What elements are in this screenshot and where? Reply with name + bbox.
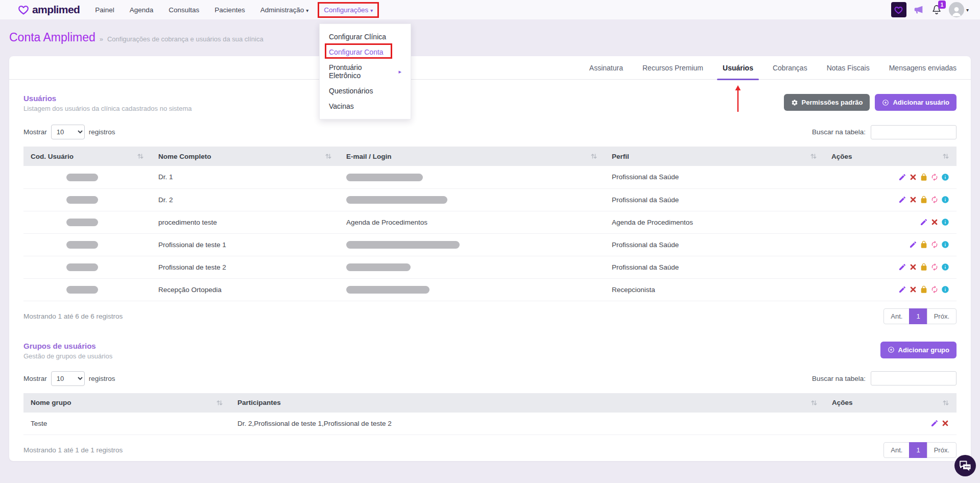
menu-item-4[interactable]: Vacinas (320, 99, 411, 114)
info-icon[interactable] (941, 196, 949, 204)
delete-icon[interactable] (909, 285, 917, 294)
refresh-icon[interactable] (930, 240, 939, 249)
menu-item-3[interactable]: Questionários (320, 83, 411, 99)
info-icon[interactable] (941, 263, 949, 271)
column-header-content: Ações (831, 153, 949, 160)
sort-icon[interactable] (137, 153, 144, 160)
lock-icon[interactable] (920, 263, 928, 271)
delete-icon[interactable] (909, 173, 917, 181)
table-row: Profissional de teste 2Profissional da S… (23, 256, 957, 278)
add-user-button[interactable]: Adicionar usuário (875, 94, 957, 111)
sort-icon[interactable] (216, 399, 223, 406)
tab-0[interactable]: Assinatura (589, 56, 623, 79)
refresh-icon[interactable] (930, 285, 939, 294)
menu-item-2[interactable]: Prontuário Eletrônico▸ (320, 60, 411, 83)
groups-section-title: Grupos de usuários (23, 342, 112, 350)
tab-1[interactable]: Recursos Premium (642, 56, 703, 79)
info-icon[interactable] (941, 173, 949, 181)
groups-prev-page-button[interactable]: Ant. (883, 442, 910, 458)
nav-item-2[interactable]: Consultas (169, 6, 199, 14)
column-header-0[interactable]: Cod. Usuário (23, 147, 151, 166)
actions-cell (824, 166, 957, 188)
info-icon[interactable] (941, 285, 949, 294)
edit-icon[interactable] (909, 240, 917, 249)
topnav-right: 1 ▾ (891, 0, 969, 19)
tab-4[interactable]: Notas Fiscais (827, 56, 870, 79)
sort-icon[interactable] (810, 399, 818, 406)
sort-icon[interactable] (325, 153, 332, 160)
edit-icon[interactable] (898, 263, 906, 271)
delete-icon[interactable] (909, 196, 917, 204)
column-header-4[interactable]: Ações (824, 147, 957, 166)
column-label: Perfil (612, 153, 629, 160)
edit-icon[interactable] (898, 173, 906, 181)
info-icon[interactable] (941, 218, 949, 226)
menu-item-label: Vacinas (329, 102, 354, 110)
users-search-input[interactable] (871, 125, 957, 139)
user-menu-button[interactable]: ▾ (949, 2, 969, 17)
groups-current-page-button[interactable]: 1 (909, 442, 927, 458)
lock-icon[interactable] (920, 173, 928, 181)
users-page-size-select[interactable]: 10 (51, 125, 85, 139)
nav-admin-label: Administração (260, 6, 304, 14)
column-header-1[interactable]: Nome Completo (151, 147, 339, 166)
delete-icon[interactable] (909, 263, 917, 271)
menu-item-1[interactable]: Configurar Conta (320, 44, 411, 60)
groups-next-page-button[interactable]: Próx. (927, 442, 957, 458)
column-header-2[interactable]: Ações (825, 393, 957, 413)
tab-3[interactable]: Cobranças (773, 56, 807, 79)
edit-icon[interactable] (898, 285, 906, 294)
actions-cell (824, 188, 957, 211)
table-row: procedimento testeAgenda de Procedimento… (23, 211, 957, 233)
plus-circle-icon (888, 346, 895, 353)
info-icon[interactable] (941, 240, 949, 249)
edit-icon[interactable] (898, 196, 906, 204)
column-header-1[interactable]: Participantes (230, 393, 825, 413)
avatar (949, 2, 964, 17)
lock-icon[interactable] (920, 196, 928, 204)
delete-icon[interactable] (941, 419, 949, 427)
default-permissions-button[interactable]: Permissões padrão (784, 94, 870, 111)
chat-widget-button[interactable] (954, 454, 976, 477)
groups-page-size-select[interactable]: 10 (51, 371, 85, 386)
redacted-code (66, 241, 98, 249)
delete-icon[interactable] (930, 218, 939, 226)
nav-item-3[interactable]: Pacientes (214, 6, 245, 14)
amplimed-logo[interactable]: amplimed (17, 4, 80, 16)
column-header-2[interactable]: E-mail / Login (339, 147, 605, 166)
users-current-page-button[interactable]: 1 (909, 308, 927, 324)
column-header-0[interactable]: Nome grupo (23, 393, 230, 413)
nav-item-0[interactable]: Painel (95, 6, 114, 14)
users-prev-page-button[interactable]: Ant. (883, 308, 910, 324)
edit-icon[interactable] (920, 218, 928, 226)
main-card: AssinaturaRecursos PremiumUsuáriosCobran… (9, 56, 971, 461)
amplimed-tile-button[interactable] (891, 2, 906, 17)
nav-item-configuracoes[interactable]: Configurações▾ (324, 6, 373, 14)
page-subtitle: Configurações de cobrança e usuários da … (107, 35, 264, 43)
sort-icon[interactable] (810, 153, 817, 160)
edit-icon[interactable] (930, 419, 939, 427)
cod-usuario-cell (23, 233, 151, 256)
refresh-icon[interactable] (930, 263, 939, 271)
sort-icon[interactable] (942, 153, 949, 160)
refresh-icon[interactable] (930, 196, 939, 204)
add-group-button[interactable]: Adicionar grupo (880, 342, 957, 358)
users-section-subtitle: Listagem dos usuários da clínica cadastr… (23, 105, 192, 112)
notifications-button[interactable]: 1 (931, 4, 942, 15)
announcements-button[interactable] (913, 4, 924, 15)
tab-label: Notas Fiscais (827, 64, 870, 72)
sort-icon[interactable] (942, 399, 949, 406)
groups-search-input[interactable] (871, 371, 957, 385)
nav-item-1[interactable]: Agenda (130, 6, 154, 14)
sort-icon[interactable] (590, 153, 597, 160)
nav-item-administracao[interactable]: Administração▾ (260, 6, 309, 14)
lock-icon[interactable] (920, 285, 928, 294)
refresh-icon[interactable] (930, 173, 939, 181)
users-next-page-button[interactable]: Próx. (927, 308, 957, 324)
tab-5[interactable]: Mensagens enviadas (889, 56, 957, 79)
column-header-3[interactable]: Perfil (605, 147, 824, 166)
menu-item-0[interactable]: Configurar Clínica (320, 29, 411, 44)
tab-2[interactable]: Usuários (723, 56, 753, 79)
lock-icon[interactable] (920, 240, 928, 249)
column-label: Nome Completo (158, 153, 211, 160)
